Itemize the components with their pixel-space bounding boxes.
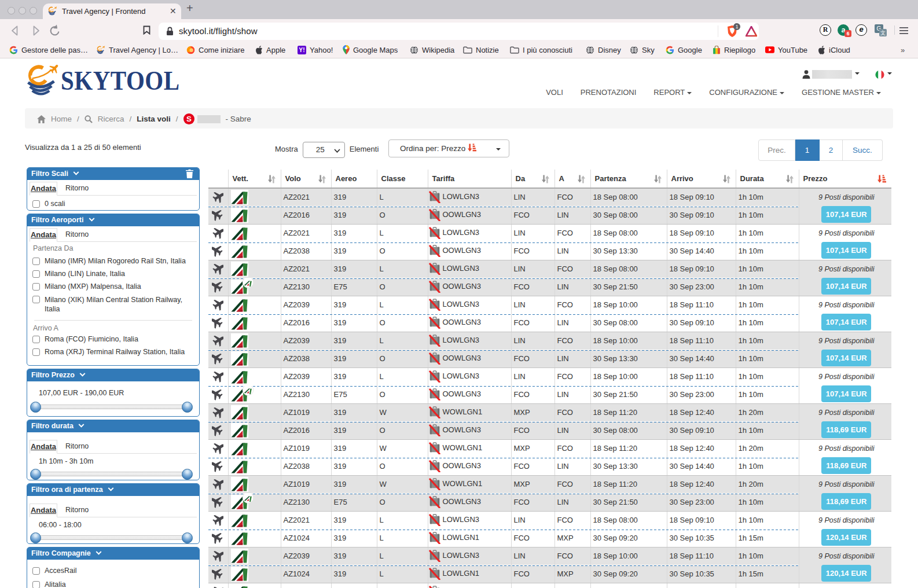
svg-text:S: S [186, 115, 192, 123]
svg-text:文: 文 [880, 30, 886, 36]
svg-text:Y!: Y! [299, 47, 304, 53]
